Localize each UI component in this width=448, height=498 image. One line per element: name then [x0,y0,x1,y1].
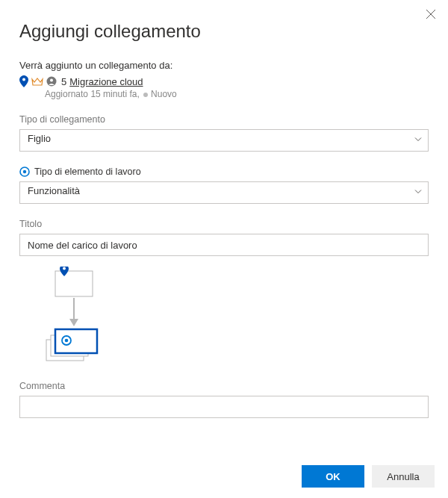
close-button[interactable] [426,9,438,21]
relationship-diagram [33,267,429,366]
close-icon [426,9,436,19]
work-item-id: 5 [61,76,66,87]
title-input[interactable] [19,234,429,256]
ok-button[interactable]: OK [302,465,364,488]
updated-text: Aggiornato 15 minuti fa, [45,89,140,99]
cancel-button[interactable]: Annulla [372,465,435,488]
svg-rect-5 [55,271,93,296]
work-item-type-select[interactable]: Funzionalità [19,181,429,204]
status-dot-icon [143,93,148,97]
work-item-type-label: Tipo di elemento di lavoro [34,166,141,177]
link-type-label: Tipo di collegamento [19,114,429,125]
svg-point-2 [50,79,53,82]
add-link-dialog: Aggiungi collegamento Verrà aggiunto un … [0,0,448,498]
source-meta: Aggiornato 15 minuti fa, Nuovo [45,89,429,99]
crown-icon [31,77,43,86]
comment-input[interactable] [19,396,429,418]
source-work-item: 5 Migrazione cloud [19,75,429,87]
dialog-title: Aggiungi collegamento [19,21,429,42]
link-type-select[interactable]: Figlio [19,129,429,152]
svg-point-4 [23,170,26,173]
map-pin-icon [19,75,28,87]
svg-point-13 [65,339,69,343]
svg-point-6 [63,267,66,270]
svg-marker-8 [69,319,78,326]
work-item-type-label-row: Tipo di elemento di lavoro [19,166,429,177]
status-text: Nuovo [151,89,177,99]
user-circle-icon [46,76,57,87]
comment-label: Commenta [19,381,429,391]
target-circle-icon [19,166,30,177]
svg-point-0 [22,78,25,81]
work-item-link[interactable]: Migrazione cloud [69,76,143,87]
intro-text: Verrà aggiunto un collegamento da: [19,60,429,71]
dialog-footer: OK Annulla [302,465,435,488]
title-label: Titolo [19,219,429,229]
